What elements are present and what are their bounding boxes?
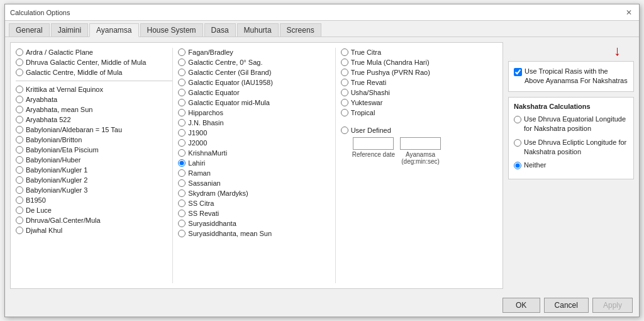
list-item[interactable]: J1900 [178,128,335,137]
list-item[interactable]: Babylonian/Aldebaran = 15 Tau [16,125,172,134]
list-item[interactable]: Aryabhata, mean Sun [16,105,172,114]
radio-input[interactable] [16,48,23,56]
tab-general[interactable]: General [9,23,50,37]
radio-input[interactable] [178,210,186,217]
list-item[interactable]: SS Revati [178,209,335,218]
radio-input[interactable] [16,59,23,66]
nakshatra-radio-0[interactable] [514,116,521,123]
list-item[interactable]: B1950 [16,196,172,205]
list-item[interactable]: Yukteswar [341,98,497,107]
radio-input[interactable] [16,217,23,224]
list-item[interactable]: Fagan/Bradley [178,48,335,57]
radio-input[interactable] [178,159,186,167]
radio-input[interactable] [16,146,23,154]
user-defined-row[interactable]: User Defined [341,126,497,135]
nakshatra-option[interactable]: Use Dhruva Ecliptic Longitude for Naksha… [514,137,628,158]
radio-input[interactable] [16,116,23,123]
ok-button[interactable]: OK [502,298,540,313]
list-item[interactable]: Galactic Center (Gil Brand) [178,68,335,77]
list-item[interactable]: Krittika at Vernal Equinox [16,85,172,94]
tropical-rasi-checkbox[interactable] [514,68,522,76]
apply-button[interactable]: Apply [592,298,633,313]
radio-input[interactable] [16,136,23,144]
list-item[interactable]: Babylonian/Britton [16,135,172,144]
nakshatra-radio-2[interactable] [514,162,521,169]
list-item[interactable]: Babylonian/Kugler 2 [16,176,172,184]
radio-input[interactable] [178,119,186,127]
user-defined-radio[interactable] [341,127,348,134]
ayanamsa-value-input[interactable] [400,137,441,150]
tab-dasa[interactable]: Dasa [204,23,236,37]
list-item[interactable]: Galactic Equator [178,88,335,97]
list-item[interactable]: Ardra / Galactic Plane [16,48,172,57]
list-item[interactable]: De Luce [16,206,172,215]
tropical-rasi-checkbox-row[interactable]: Use Tropical Rasis with the Above Ayanam… [514,67,628,86]
radio-input[interactable] [178,169,186,177]
list-item[interactable]: Babylonian/Kugler 1 [16,166,172,174]
ref-date-input[interactable] [353,137,394,150]
radio-input[interactable] [178,99,186,106]
radio-input[interactable] [178,89,186,96]
list-item[interactable]: Djwhal Khul [16,226,172,235]
tab-ayanamsa[interactable]: Ayanamsa [89,23,138,37]
radio-input[interactable] [178,200,186,207]
radio-input[interactable] [178,48,186,56]
tab-muhurta[interactable]: Muhurta [237,23,279,37]
radio-input[interactable] [341,69,348,76]
list-item[interactable]: Hipparchos [178,108,335,117]
radio-input[interactable] [341,109,348,116]
radio-input[interactable] [16,227,23,234]
close-button[interactable]: ✕ [624,8,634,18]
list-item[interactable]: KrishnaMurti [178,149,335,157]
list-item[interactable]: J.N. Bhasin [178,118,335,127]
list-item[interactable]: Suryasiddhanta [178,219,335,228]
radio-input[interactable] [16,196,23,204]
tab-jaimini[interactable]: Jaimini [51,23,88,37]
radio-input[interactable] [16,156,23,164]
list-item[interactable]: Galactic Equator mid-Mula [178,98,335,107]
list-item[interactable]: J2000 [178,138,335,147]
list-item[interactable]: True Pushya (PVRN Rao) [341,68,497,77]
radio-input[interactable] [178,189,186,197]
radio-input[interactable] [178,230,186,237]
nakshatra-option[interactable]: Use Dhruva Equatorial Longitude for Naks… [514,114,628,135]
list-item[interactable]: Usha/Shashi [341,88,497,97]
list-item[interactable]: True Citra [341,48,497,57]
list-item[interactable]: Suryasiddhanta, mean Sun [178,229,335,238]
radio-input[interactable] [178,59,186,66]
list-item[interactable]: Dhruva/Gal.Center/Mula [16,216,172,225]
radio-input[interactable] [178,129,186,137]
radio-input[interactable] [341,59,348,66]
radio-input[interactable] [178,139,186,147]
radio-input[interactable] [178,149,186,157]
list-item[interactable]: Galactic Equator (IAU1958) [178,78,335,87]
list-item[interactable]: Babylonian/Kugler 3 [16,186,172,194]
list-item[interactable]: Lahiri [178,159,335,167]
list-item[interactable]: Babylonian/Huber [16,155,172,164]
radio-input[interactable] [16,166,23,174]
list-item[interactable]: True Revati [341,78,497,87]
tab-house-system[interactable]: House System [140,23,203,37]
radio-input[interactable] [16,126,23,133]
radio-input[interactable] [341,48,348,56]
radio-input[interactable] [16,206,23,214]
list-item[interactable]: Tropical [341,108,497,117]
tab-screens[interactable]: Screens [280,23,321,37]
radio-input[interactable] [341,79,348,86]
radio-input[interactable] [16,69,23,76]
radio-input[interactable] [16,106,23,113]
list-item[interactable]: Dhruva Galactic Center, Middle of Mula [16,58,172,67]
nakshatra-option[interactable]: Neither [514,160,628,171]
radio-input[interactable] [178,69,186,76]
list-item[interactable]: True Mula (Chandra Hari) [341,58,497,67]
radio-input[interactable] [341,99,348,106]
radio-input[interactable] [16,86,23,93]
list-item[interactable]: Sassanian [178,179,335,188]
list-item[interactable]: Skydram (Mardyks) [178,189,335,198]
radio-input[interactable] [178,109,186,116]
cancel-button[interactable]: Cancel [544,298,589,313]
radio-input[interactable] [178,79,186,86]
radio-input[interactable] [178,179,186,187]
list-item[interactable]: Galactic Centre, Middle of Mula [16,68,172,77]
radio-input[interactable] [16,176,23,184]
